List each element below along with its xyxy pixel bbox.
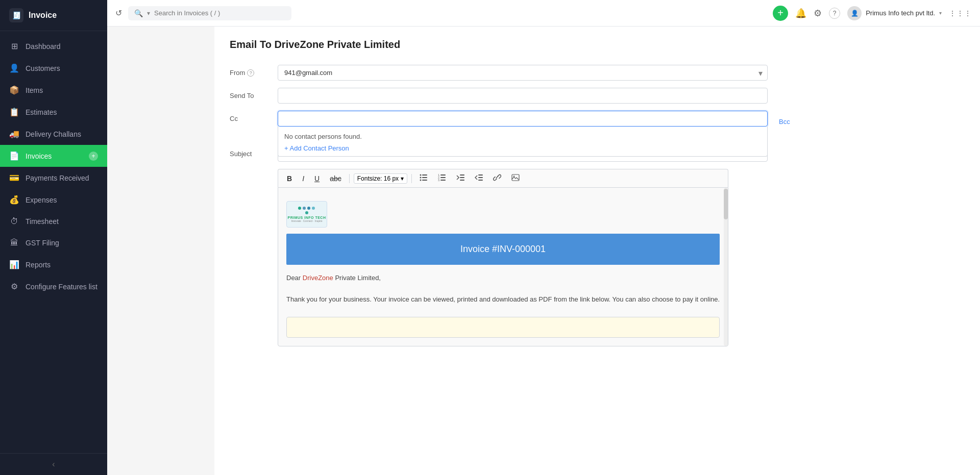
from-control: 941@gmail.com ▾ [278, 65, 768, 81]
email-paragraph1: Thank you for your business. Your invoic… [286, 294, 720, 305]
company-link[interactable]: DriveZone [303, 274, 333, 282]
sidebar-item-payments-received[interactable]: 💳 Payments Received [0, 167, 107, 189]
logo-text: PRIMUS INFO TECH [288, 216, 326, 219]
svg-rect-7 [440, 174, 446, 176]
add-button[interactable]: + [773, 6, 788, 21]
from-row: From ? 941@gmail.com ▾ [230, 65, 965, 81]
topbar: ↺ 🔍 ▾ + 🔔 ⚙ ? 👤 Primus Info tech pvt ltd… [107, 0, 980, 27]
add-contact-person-button[interactable]: + Add Contact Person [284, 144, 761, 152]
svg-line-18 [496, 176, 498, 178]
from-select-wrapper: 941@gmail.com ▾ [278, 65, 768, 81]
dear-text: Dear [286, 274, 303, 282]
sidebar-item-delivery-challans[interactable]: 🚚 Delivery Challans [0, 123, 107, 145]
svg-rect-1 [422, 174, 427, 176]
svg-rect-12 [460, 174, 464, 176]
sidebar-item-items[interactable]: 📦 Items [0, 79, 107, 101]
gst-icon: 🏛 [9, 238, 19, 247]
email-logo-inner: PRIMUS INFO TECH Innovate · Connect · In… [288, 207, 326, 222]
cc-input-wrapper: No contact persons found. + Add Contact … [278, 111, 768, 127]
dot-1 [298, 207, 301, 210]
send-to-control [278, 88, 768, 104]
svg-text:3.: 3. [438, 179, 440, 181]
sidebar-item-customers[interactable]: 👤 Customers [0, 57, 107, 79]
user-dropdown-icon: ▾ [939, 10, 942, 16]
email-cta-box [286, 317, 720, 338]
topbar-right: + 🔔 ⚙ ? 👤 Primus Info tech pvt ltd. ▾ ⋮⋮… [773, 6, 972, 21]
bcc-link[interactable]: Bcc [779, 114, 790, 126]
cc-label: Cc [230, 111, 271, 122]
svg-rect-19 [512, 174, 519, 181]
sidebar-logo: 🧾 Invoice [0, 0, 107, 31]
svg-rect-13 [460, 177, 464, 178]
fontsize-select[interactable]: Fontsize: 16 px ▾ [354, 173, 407, 184]
cc-row: Cc No contact persons found. + Add Conta… [230, 111, 965, 127]
company-suffix: Private Limited, [333, 274, 381, 282]
sidebar-label-reports: Reports [26, 261, 98, 269]
underline-button[interactable]: U [311, 173, 323, 184]
sidebar-collapse-button[interactable]: ‹ [0, 453, 107, 475]
expenses-icon: 💰 [9, 195, 19, 205]
indent-button[interactable] [471, 172, 486, 184]
settings-icon[interactable]: ⚙ [814, 8, 822, 19]
dot-3 [307, 207, 310, 210]
dot-2 [303, 207, 306, 210]
sidebar-item-invoices[interactable]: 📄 Invoices + [0, 145, 107, 167]
search-input[interactable] [154, 9, 266, 17]
dot-4 [312, 207, 315, 210]
strikethrough-button[interactable]: abc [326, 173, 345, 184]
unordered-list-button[interactable] [416, 172, 431, 184]
sidebar-item-expenses[interactable]: 💰 Expenses [0, 189, 107, 211]
svg-point-2 [420, 177, 422, 179]
editor-toolbar: B I U abc Fontsize: 16 px ▾ 1.2.3. [278, 169, 728, 187]
scrollbar-track [724, 188, 728, 346]
link-button[interactable] [489, 172, 505, 184]
search-box: 🔍 ▾ [128, 6, 291, 20]
logo-subtext: Innovate · Connect · Inspire [288, 219, 326, 222]
banner-text: Invoice #INV-000001 [460, 244, 546, 254]
from-select[interactable]: 941@gmail.com [278, 65, 768, 81]
delivery-icon: 🚚 [9, 129, 19, 139]
logo-icon: 🧾 [9, 8, 23, 22]
invoices-add-icon[interactable]: + [89, 152, 98, 161]
avatar: 👤 [847, 6, 862, 20]
search-dropdown-icon[interactable]: ▾ [147, 10, 150, 17]
ordered-list-button[interactable]: 1.2.3. [434, 172, 450, 184]
italic-button[interactable]: I [299, 173, 308, 184]
sidebar-item-dashboard[interactable]: ⊞ Dashboard [0, 35, 107, 57]
email-body[interactable]: PRIMUS INFO TECH Innovate · Connect · In… [278, 188, 728, 346]
user-menu[interactable]: 👤 Primus Info tech pvt ltd. ▾ [847, 6, 942, 20]
sidebar-item-estimates[interactable]: 📋 Estimates [0, 101, 107, 123]
email-dear-line: Dear DriveZone Private Limited, [286, 273, 720, 284]
sidebar-nav: ⊞ Dashboard 👤 Customers 📦 Items 📋 Estima… [0, 31, 107, 453]
send-to-input[interactable] [278, 88, 768, 104]
refresh-icon[interactable]: ↺ [115, 8, 122, 18]
editor-row: B I U abc Fontsize: 16 px ▾ 1.2.3. [230, 169, 965, 346]
image-button[interactable] [508, 172, 523, 184]
no-contact-text: No contact persons found. [284, 131, 761, 144]
notification-icon[interactable]: 🔔 [795, 8, 806, 19]
dashboard-icon: ⊞ [9, 41, 19, 51]
sidebar-item-timesheet[interactable]: ⏱ Timesheet [0, 211, 107, 232]
sidebar-item-gst-filing[interactable]: 🏛 GST Filing [0, 232, 107, 254]
help-icon[interactable]: ? [829, 8, 840, 19]
reports-icon: 📊 [9, 260, 19, 269]
svg-rect-9 [440, 177, 446, 178]
send-to-label: Send To [230, 88, 271, 99]
editor-area: B I U abc Fontsize: 16 px ▾ 1.2.3. [278, 169, 728, 346]
sidebar-item-reports[interactable]: 📊 Reports [0, 254, 107, 276]
svg-point-4 [420, 180, 422, 181]
scrollbar-thumb[interactable] [724, 189, 728, 219]
sidebar-item-configure[interactable]: ⚙ Configure Features list [0, 276, 107, 297]
subject-label: Subject [230, 146, 271, 158]
dot-center [305, 211, 308, 214]
svg-rect-15 [478, 174, 483, 176]
cc-input[interactable] [278, 111, 768, 127]
grid-icon[interactable]: ⋮⋮⋮ [949, 9, 972, 17]
bold-button[interactable]: B [283, 173, 296, 184]
outdent-button[interactable] [453, 172, 468, 184]
cc-dropdown: No contact persons found. + Add Contact … [278, 127, 768, 157]
sidebar-label-invoices: Invoices [26, 152, 83, 160]
sidebar-label-dashboard: Dashboard [26, 42, 98, 51]
send-to-row: Send To [230, 88, 965, 104]
email-content: Dear DriveZone Private Limited, Thank yo… [286, 265, 720, 313]
